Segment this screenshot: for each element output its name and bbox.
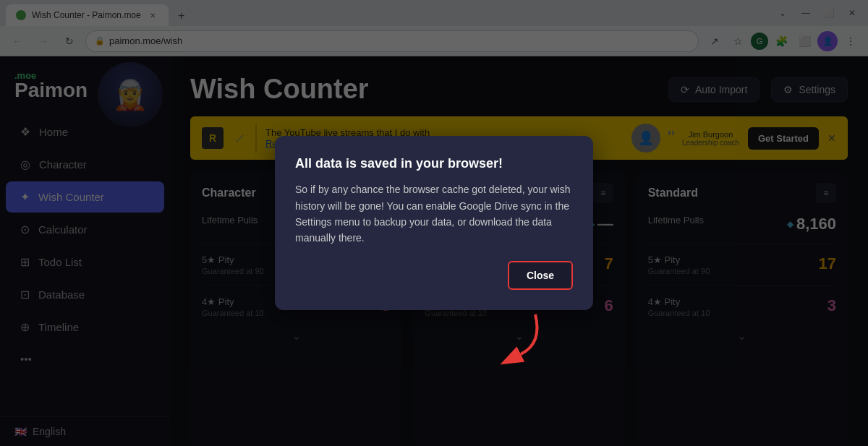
- modal-dialog: All data is saved in your browser! So if…: [275, 136, 593, 310]
- modal-title: All data is saved in your browser!: [295, 156, 573, 171]
- modal-close-button[interactable]: Close: [508, 261, 573, 290]
- modal-body: So if by any chance the browser cache go…: [295, 181, 573, 246]
- modal-overlay[interactable]: All data is saved in your browser! So if…: [0, 0, 868, 446]
- modal-footer: Close: [295, 261, 573, 290]
- arrow-annotation: [492, 307, 550, 368]
